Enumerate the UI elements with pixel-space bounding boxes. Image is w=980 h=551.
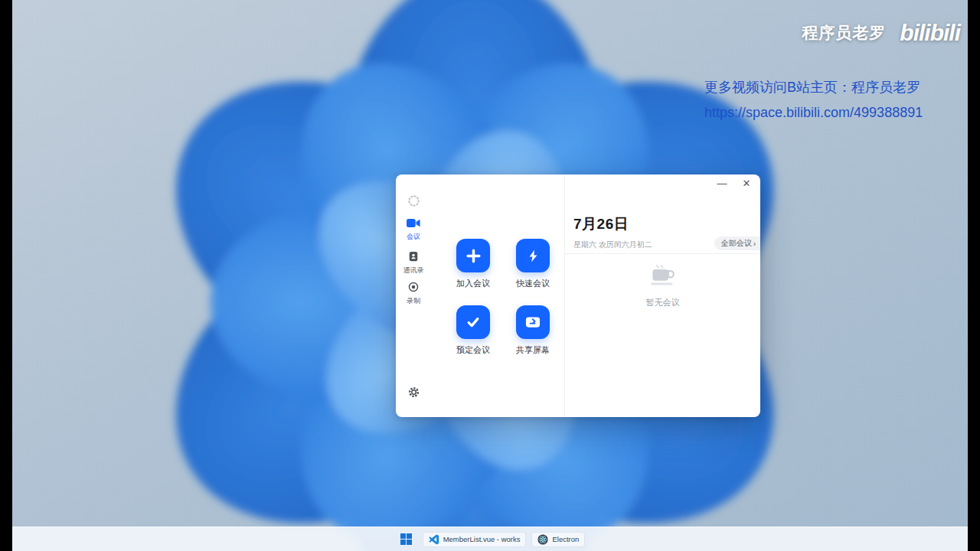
meeting-icon	[407, 217, 420, 230]
schedule-subtitle: 星期六 农历闰六月初二	[573, 240, 652, 250]
coffee-cup-icon	[647, 279, 679, 292]
lightning-icon	[516, 239, 550, 272]
electron-icon	[537, 534, 548, 545]
taskbar-app-electron[interactable]: Electron	[531, 532, 585, 547]
schedule-meeting-button[interactable]: 预定会议	[456, 305, 490, 356]
app-sidebar: 会议 通讯录 录制	[396, 174, 431, 417]
action-label: 预定会议	[456, 344, 490, 356]
sidebar-item-label: 通讯录	[396, 266, 431, 276]
record-icon	[408, 282, 419, 295]
window-controls: — ✕	[716, 178, 753, 190]
sidebar-item-record[interactable]: 录制	[396, 282, 431, 306]
start-button[interactable]	[395, 530, 417, 548]
schedule-date: 7月26日	[573, 214, 629, 234]
all-meetings-link[interactable]: 全部会议 ›	[714, 236, 760, 250]
schedule-panel: 7月26日 星期六 农历闰六月初二 全部会议 › 暂无会议	[564, 174, 760, 417]
overlay-branding: 程序员老罗 bilibili	[802, 20, 960, 46]
contacts-icon	[408, 251, 419, 264]
avatar-loading-icon[interactable]	[396, 194, 431, 210]
plus-icon	[456, 239, 490, 272]
sidebar-item-label: 会议	[396, 232, 431, 242]
minimize-button[interactable]: —	[716, 178, 728, 190]
sidebar-item-label: 录制	[396, 296, 431, 306]
close-button[interactable]: ✕	[740, 178, 753, 190]
action-label: 快速会议	[516, 278, 550, 289]
empty-text: 暂无会议	[565, 297, 760, 308]
action-label: 共享屏幕	[516, 344, 550, 356]
taskbar-app-label: Electron	[552, 535, 579, 543]
promo-line-1: 更多视频访问B站主页：程序员老罗	[704, 75, 923, 100]
channel-name: 程序员老罗	[802, 22, 886, 44]
all-meetings-label: 全部会议	[721, 238, 752, 249]
quick-meeting-button[interactable]: 快速会议	[516, 239, 550, 289]
windows-logo-icon	[400, 533, 412, 545]
meeting-actions: 加入会议 快速会议 预定会议 共享屏幕	[443, 239, 563, 356]
sidebar-item-meeting[interactable]: 会议	[396, 217, 431, 242]
promo-line-2: https://space.bilibili.com/499388891	[704, 100, 923, 126]
join-meeting-button[interactable]: 加入会议	[456, 239, 490, 289]
vscode-icon	[429, 534, 439, 545]
promo-text: 更多视频访问B站主页：程序员老罗 https://space.bilibili.…	[704, 75, 923, 126]
letterbox-left	[0, 0, 12, 551]
sidebar-item-contacts[interactable]: 通讯录	[396, 251, 431, 276]
taskbar-app-vscode[interactable]: MemberList.vue - works	[423, 532, 527, 547]
taskbar: MemberList.vue - works Electron	[12, 527, 968, 551]
empty-state: 暂无会议	[565, 263, 760, 308]
letterbox-right	[968, 0, 980, 551]
share-screen-icon	[516, 305, 550, 339]
action-label: 加入会议	[456, 278, 490, 289]
share-screen-button[interactable]: 共享屏幕	[516, 305, 550, 356]
divider	[565, 253, 760, 254]
check-icon	[456, 305, 490, 339]
taskbar-app-label: MemberList.vue - works	[443, 535, 521, 543]
meeting-app-window: — ✕ 会议 通讯录 录制	[396, 174, 760, 417]
settings-gear-icon[interactable]	[396, 386, 431, 402]
bilibili-logo: bilibili	[900, 20, 960, 46]
chevron-right-icon: ›	[753, 240, 756, 248]
